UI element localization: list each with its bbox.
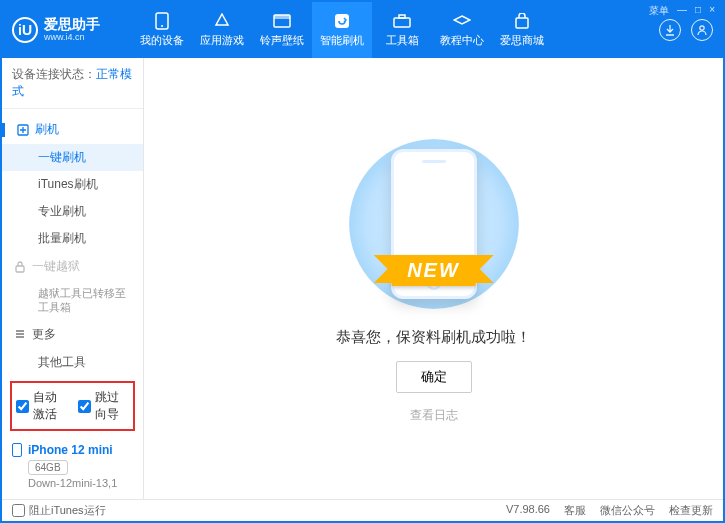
nav-flash[interactable]: 智能刷机 — [312, 2, 372, 58]
group-flash[interactable]: 刷机 — [2, 115, 143, 144]
svg-rect-4 — [335, 14, 349, 28]
success-message: 恭喜您，保资料刷机成功啦！ — [336, 328, 531, 347]
flash-group-icon — [17, 124, 29, 136]
download-button[interactable] — [659, 19, 681, 41]
skip-guide-checkbox[interactable]: 跳过向导 — [78, 389, 130, 423]
nav-ringtones[interactable]: 铃声壁纸 — [252, 2, 312, 58]
store-icon — [512, 12, 532, 30]
device-model: Down-12mini-13,1 — [28, 477, 133, 489]
app-url: www.i4.cn — [44, 33, 100, 43]
new-ribbon: NEW — [391, 255, 476, 286]
version-label: V7.98.66 — [506, 503, 550, 518]
group-more[interactable]: 更多 — [2, 320, 143, 349]
logo: iU 爱思助手 www.i4.cn — [12, 17, 132, 43]
titlebar: iU 爱思助手 www.i4.cn 我的设备 应用游戏 铃声壁纸 智能刷机 工具… — [2, 2, 723, 58]
phone-icon — [12, 443, 22, 457]
device-icon — [152, 12, 172, 30]
svg-rect-10 — [16, 266, 24, 272]
lock-icon — [14, 261, 26, 273]
device-capacity: 64GB — [28, 460, 68, 475]
app-name: 爱思助手 — [44, 17, 100, 32]
toolbox-icon — [392, 12, 412, 30]
svg-rect-6 — [399, 15, 405, 18]
user-button[interactable] — [691, 19, 713, 41]
svg-point-8 — [700, 26, 704, 30]
main-content: NEW 恭喜您，保资料刷机成功啦！ 确定 查看日志 — [144, 58, 723, 499]
success-illustration: NEW — [359, 134, 509, 314]
support-link[interactable]: 客服 — [564, 503, 586, 518]
flash-icon — [332, 12, 352, 30]
nav-apps[interactable]: 应用游戏 — [192, 2, 252, 58]
maximize-button[interactable]: □ — [695, 4, 701, 18]
menu-button[interactable]: 菜单 — [649, 4, 669, 18]
check-update-link[interactable]: 检查更新 — [669, 503, 713, 518]
wallpaper-icon — [272, 12, 292, 30]
nav-store[interactable]: 爱思商城 — [492, 2, 552, 58]
device-header[interactable]: iPhone 12 mini — [12, 443, 133, 457]
top-nav: 我的设备 应用游戏 铃声壁纸 智能刷机 工具箱 教程中心 爱思商城 — [132, 2, 659, 58]
view-log-link[interactable]: 查看日志 — [410, 407, 458, 424]
auto-activate-checkbox[interactable]: 自动激活 — [16, 389, 68, 423]
sidebar-item-batch-flash[interactable]: 批量刷机 — [2, 225, 143, 252]
connection-status: 设备连接状态：正常模式 — [2, 58, 143, 109]
window-controls: 菜单 — □ × — [649, 4, 715, 18]
ok-button[interactable]: 确定 — [396, 361, 472, 393]
minimize-button[interactable]: — — [677, 4, 687, 18]
block-itunes-checkbox[interactable]: 阻止iTunes运行 — [12, 503, 106, 518]
svg-point-1 — [161, 25, 163, 27]
sidebar-item-pro-flash[interactable]: 专业刷机 — [2, 198, 143, 225]
options-box: 自动激活 跳过向导 — [10, 381, 135, 431]
svg-rect-7 — [516, 18, 528, 28]
logo-icon: iU — [12, 17, 38, 43]
nav-toolbox[interactable]: 工具箱 — [372, 2, 432, 58]
svg-rect-5 — [394, 18, 410, 27]
device-panel: iPhone 12 mini 64GB Down-12mini-13,1 — [2, 437, 143, 499]
svg-rect-3 — [274, 15, 290, 19]
statusbar: 阻止iTunes运行 V7.98.66 客服 微信公众号 检查更新 — [2, 499, 723, 521]
sidebar-item-other-tools[interactable]: 其他工具 — [2, 349, 143, 375]
sidebar-item-oneclick-flash[interactable]: 一键刷机 — [2, 144, 143, 171]
apps-icon — [212, 12, 232, 30]
sidebar: 设备连接状态：正常模式 刷机 一键刷机 iTunes刷机 专业刷机 批量刷机 一… — [2, 58, 144, 499]
nav-tutorials[interactable]: 教程中心 — [432, 2, 492, 58]
close-button[interactable]: × — [709, 4, 715, 18]
tutorial-icon — [452, 12, 472, 30]
more-icon — [14, 328, 26, 340]
sidebar-item-itunes-flash[interactable]: iTunes刷机 — [2, 171, 143, 198]
jailbreak-note: 越狱工具已转移至工具箱 — [2, 281, 143, 320]
group-jailbreak[interactable]: 一键越狱 — [2, 252, 143, 281]
nav-my-device[interactable]: 我的设备 — [132, 2, 192, 58]
wechat-link[interactable]: 微信公众号 — [600, 503, 655, 518]
